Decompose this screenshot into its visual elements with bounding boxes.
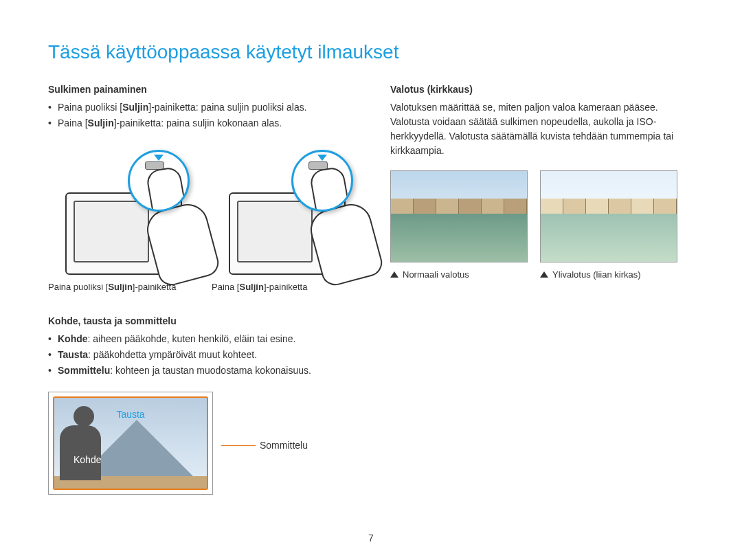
photo-normal-exposure <box>390 170 528 262</box>
left-column: Sulkimen painaminen Paina puoliksi [Sulj… <box>48 84 363 495</box>
bullet-half-press: Paina puoliksi [Suljin]-painiketta: pain… <box>48 100 363 115</box>
bullet-tausta: Tausta: pääkohdetta ympäröivät muut koht… <box>48 348 363 362</box>
composition-heading: Kohde, tausta ja sommittelu <box>48 315 363 326</box>
shutter-captions: Paina puoliksi [Suljin]-painiketta Paina… <box>48 282 363 292</box>
callout-line <box>221 445 256 446</box>
page-title: Tässä käyttöoppaassa käytetyt ilmaukset <box>48 41 694 63</box>
label-sommittelu-callout: Sommittelu <box>221 440 308 451</box>
shutter-figures <box>48 144 363 275</box>
caption-over: Ylivalotus (liian kirkas) <box>540 269 677 280</box>
caption-normal: Normaali valotus <box>390 269 528 280</box>
triangle-up-icon <box>390 271 398 278</box>
page-number: 7 <box>368 533 374 544</box>
bullet-kohde: Kohde: aiheen pääkohde, kuten henkilö, e… <box>48 332 363 346</box>
exposure-heading: Valotus (kirkkaus) <box>390 84 694 95</box>
composition-bullets: Kohde: aiheen pääkohde, kuten henkilö, e… <box>48 332 363 378</box>
label-kohde: Kohde <box>74 454 101 465</box>
bullet-full-press: Paina [Suljin]-painiketta: paina suljin … <box>48 116 363 131</box>
composition-figure-wrap: Tausta Kohde Sommittelu <box>48 392 363 495</box>
triangle-up-icon <box>540 271 548 278</box>
zoom-circle-half <box>128 150 190 212</box>
right-column: Valotus (kirkkaus) Valotuksen määrittää … <box>390 84 694 495</box>
arrow-down-icon <box>154 155 164 161</box>
exposure-captions: Normaali valotus Ylivalotus (liian kirka… <box>390 269 694 280</box>
zoom-circle-full <box>291 150 353 212</box>
person-silhouette <box>60 406 108 482</box>
shutter-heading: Sulkimen painaminen <box>48 84 363 95</box>
label-tausta: Tausta <box>116 409 144 420</box>
shutter-bullets: Paina puoliksi [Suljin]-painiketta: pain… <box>48 100 363 131</box>
camera-full-press-figure <box>212 144 363 275</box>
photo-overexposure <box>540 170 677 262</box>
bullet-sommittelu: Sommittelu: kohteen ja taustan muodostam… <box>48 363 363 378</box>
arrow-down-double-icon <box>317 155 327 161</box>
composition-figure: Tausta Kohde <box>48 392 213 495</box>
label-sommittelu: Sommittelu <box>260 440 308 451</box>
exposure-photos <box>390 170 694 262</box>
exposure-paragraph: Valotuksen määrittää se, miten paljon va… <box>390 100 694 158</box>
camera-half-press-figure <box>48 144 199 275</box>
